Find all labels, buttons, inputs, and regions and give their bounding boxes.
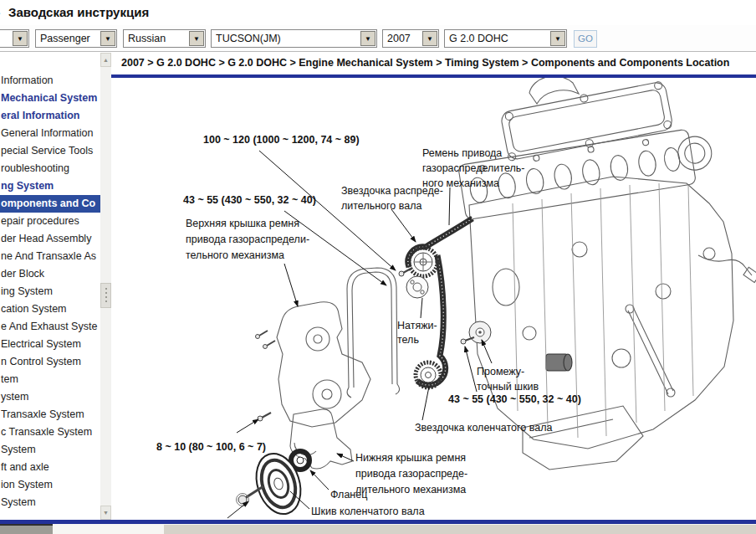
vehicle-selector-toolbar: ▼ Passenger ▼ Russian ▼ TUCSON(JM) ▼ 200… bbox=[0, 25, 756, 52]
sidebar-item[interactable]: Transaxle System bbox=[0, 406, 100, 424]
page-title: Заводская инструкция bbox=[8, 5, 149, 19]
tensioner-drawing bbox=[406, 276, 428, 298]
vehicle-class-select[interactable]: Passenger ▼ bbox=[35, 29, 117, 48]
sidebar-item[interactable]: e And Exhaust Syste bbox=[0, 318, 100, 336]
label-crankshaft-pulley: Шкив коленчатого вала bbox=[311, 506, 425, 517]
bottom-bar bbox=[0, 524, 756, 534]
chevron-down-icon[interactable]: ▼ bbox=[13, 31, 28, 46]
upper-timing-cover-drawing bbox=[277, 302, 370, 427]
sidebar-item[interactable]: ne And Transaxle As bbox=[0, 248, 100, 265]
sidebar-item[interactable]: ystem bbox=[0, 388, 100, 406]
year-select[interactable]: 2007 ▼ bbox=[382, 29, 439, 48]
label-flange: Фланец bbox=[330, 489, 367, 501]
sidebar-item[interactable]: epair procedures bbox=[0, 213, 100, 230]
label-crankshaft-sprocket: Звездочка коленчатого вала bbox=[415, 422, 552, 434]
engine-select[interactable]: G 2.0 DOHC ▼ bbox=[444, 29, 567, 48]
go-button[interactable]: GO bbox=[574, 30, 597, 48]
sidebar-item[interactable]: Mechanical System bbox=[0, 90, 100, 107]
torque-cam-sprocket: 43 ~ 55 (430 ~ 550, 32 ~ 40) bbox=[183, 194, 316, 206]
app-window: › Заводская инструкция ▼ Passenger ▼ Rus… bbox=[0, 0, 756, 534]
language-select[interactable]: Russian ▼ bbox=[123, 29, 206, 48]
sidebar-item[interactable]: General Information bbox=[0, 125, 100, 142]
sidebar-item[interactable]: System bbox=[0, 494, 100, 511]
sidebar-item[interactable]: System bbox=[0, 441, 100, 459]
sidebar-item[interactable]: cation System bbox=[0, 300, 100, 318]
chevron-down-icon[interactable]: ▼ bbox=[189, 31, 204, 46]
sidebar-item[interactable]: Electrical System bbox=[0, 336, 100, 353]
timing-system-diagram: 100 ~ 120 (1000 ~ 1200, 74 ~ 89)Ремень п… bbox=[111, 78, 756, 520]
chevron-down-icon[interactable]: ▼ bbox=[100, 31, 115, 46]
sidebar-item[interactable]: ing System bbox=[0, 283, 100, 300]
sidebar-item[interactable]: der Head Assembly bbox=[0, 230, 100, 248]
sidebar-item[interactable]: ft and axle bbox=[0, 459, 100, 476]
chevron-down-icon[interactable]: ▼ bbox=[550, 31, 565, 46]
breadcrumb-arrow-icon: › bbox=[0, 6, 1, 19]
cover-seal-drawing bbox=[347, 268, 400, 398]
scroll-down-button[interactable]: ▼ bbox=[100, 506, 111, 520]
sidebar-item[interactable]: Information bbox=[0, 72, 100, 90]
title-bar: › Заводская инструкция bbox=[0, 0, 756, 25]
sidebar-item[interactable]: ion System bbox=[0, 476, 100, 494]
sidebar-item[interactable]: ng System bbox=[0, 177, 100, 195]
sidebar-item[interactable]: der Block bbox=[0, 265, 100, 283]
camshaft-sprocket-drawing bbox=[409, 248, 437, 276]
region-select[interactable]: ▼ bbox=[0, 29, 29, 48]
sidebar-scrollbar[interactable]: ▲ ▼ bbox=[100, 53, 111, 520]
sidebar-item[interactable]: eral Information bbox=[0, 107, 100, 125]
scrollbar-thumb[interactable] bbox=[100, 283, 111, 308]
scroll-up-button[interactable]: ▲ bbox=[100, 53, 111, 67]
torque-camshaft-sprocket-bolt: 100 ~ 120 (1000 ~ 1200, 74 ~ 89) bbox=[203, 134, 360, 146]
chevron-down-icon[interactable]: ▼ bbox=[422, 31, 437, 46]
sidebar-item[interactable]: roubleshooting bbox=[0, 160, 100, 177]
bottom-bar-left-segment bbox=[0, 524, 53, 534]
chevron-down-icon[interactable]: ▼ bbox=[360, 31, 375, 46]
sidebar-item[interactable]: pecial Service Tools bbox=[0, 142, 100, 160]
model-select[interactable]: TUCSON(JM) ▼ bbox=[211, 29, 377, 48]
scrollbar-grip-icon bbox=[105, 288, 107, 305]
torque-idler-pulley: 43 ~ 55 (430 ~ 550, 32 ~ 40) bbox=[448, 393, 581, 405]
content-frame: 2007 > G 2.0 DOHC > G 2.0 DOHC > Engine … bbox=[111, 52, 756, 520]
bottom-bar-inset bbox=[53, 524, 164, 534]
label-camshaft-sprocket: Звездочка распреде-лительного вала bbox=[341, 185, 443, 212]
sidebar-item[interactable]: tem bbox=[0, 371, 100, 388]
sidebar-item[interactable]: omponents and Co bbox=[0, 195, 100, 213]
idler-pulley-drawing bbox=[469, 321, 491, 343]
engine-assembly-drawing bbox=[458, 78, 756, 470]
label-idler-pulley: Промежу-точный шкив bbox=[477, 366, 539, 393]
label-upper-timing-cover: Верхняя крышка ремняпривода газораспреде… bbox=[186, 218, 309, 261]
sidebar-nav: InformationMechanical Systemeral Informa… bbox=[0, 72, 100, 511]
torque-lower-cover-bolt: 8 ~ 10 (80 ~ 100, 6 ~ 7) bbox=[156, 441, 266, 453]
breadcrumb: 2007 > G 2.0 DOHC > G 2.0 DOHC > Engine … bbox=[121, 57, 729, 69]
sidebar-item[interactable]: n Control System bbox=[0, 353, 100, 371]
diagram-labels: 100 ~ 120 (1000 ~ 1200, 74 ~ 89)Ремень п… bbox=[156, 134, 581, 517]
label-lower-timing-cover: Нижняя крышка ремняпривода газораспреде-… bbox=[355, 452, 467, 495]
sidebar-item[interactable]: c Transaxle System bbox=[0, 424, 100, 441]
label-tensioner: Натяжи-тель bbox=[397, 320, 437, 346]
